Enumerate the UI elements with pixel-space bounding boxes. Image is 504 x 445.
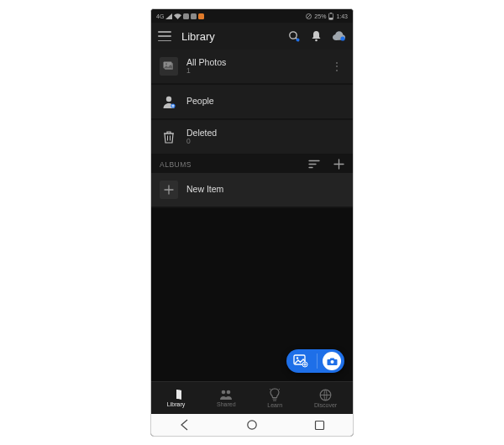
- search-icon[interactable]: [288, 30, 301, 43]
- phone-frame: 4G 25% 1:43: [150, 8, 354, 437]
- svg-rect-2: [198, 13, 204, 19]
- people-row[interactable]: People: [151, 85, 353, 118]
- fab-divider: [317, 353, 318, 369]
- cloud-sync-icon[interactable]: [332, 31, 346, 41]
- more-icon[interactable]: ⋮: [329, 60, 344, 73]
- svg-rect-6: [330, 13, 332, 13]
- deleted-count: 0: [186, 138, 344, 145]
- camera-button[interactable]: [323, 352, 341, 370]
- svg-point-16: [166, 97, 171, 102]
- nav-library-label: Library: [167, 401, 185, 407]
- notif-icon-2: [191, 13, 197, 19]
- people-icon: [160, 92, 178, 111]
- home-icon[interactable]: [246, 419, 258, 431]
- svg-point-21: [330, 360, 333, 364]
- svg-rect-26: [315, 421, 323, 429]
- app-bar: Library: [151, 23, 353, 50]
- battery-percent: 25%: [314, 13, 326, 19]
- svg-rect-0: [183, 13, 189, 19]
- add-photo-icon: [290, 354, 312, 368]
- page-title: Library: [181, 30, 278, 43]
- people-label: People: [186, 97, 344, 107]
- svg-point-11: [315, 39, 318, 42]
- app-bar-actions: [288, 30, 346, 43]
- add-album-icon[interactable]: [333, 159, 344, 170]
- svg-point-19: [297, 357, 298, 359]
- nav-shared-label: Shared: [217, 401, 236, 407]
- dnd-icon: [306, 13, 312, 19]
- recents-icon[interactable]: [314, 420, 325, 431]
- new-item-label: New Item: [186, 185, 344, 195]
- all-photos-label: All Photos: [186, 58, 321, 68]
- svg-line-4: [307, 14, 311, 18]
- albums-section-header: ALBUMS: [151, 155, 353, 173]
- nav-learn-label: Learn: [267, 402, 282, 408]
- library-list: All Photos 1 ⋮ People Deleted 0 ALBUMS: [151, 50, 353, 208]
- svg-rect-7: [329, 18, 333, 19]
- deleted-label: Deleted: [186, 128, 344, 139]
- sort-icon[interactable]: [308, 160, 320, 169]
- all-photos-row[interactable]: All Photos 1 ⋮: [151, 50, 353, 83]
- clock: 1:43: [336, 13, 348, 19]
- svg-point-15: [165, 63, 167, 65]
- bottom-nav: Library Shared Learn Discover: [151, 381, 353, 414]
- system-nav: [151, 414, 353, 436]
- nav-shared[interactable]: Shared: [217, 389, 236, 407]
- svg-point-12: [340, 36, 344, 40]
- deleted-row[interactable]: Deleted 0: [151, 120, 353, 154]
- all-photos-count: 1: [186, 67, 321, 75]
- notif-icon-1: [183, 13, 189, 19]
- trash-icon: [160, 128, 178, 146]
- svg-point-25: [248, 421, 256, 429]
- battery-icon: [328, 13, 333, 20]
- photo-stack-icon: [160, 57, 178, 76]
- svg-point-23: [227, 390, 231, 395]
- svg-point-10: [297, 38, 300, 41]
- fab-capture[interactable]: [286, 349, 344, 373]
- svg-rect-1: [191, 13, 197, 19]
- wifi-icon: [174, 13, 181, 19]
- albums-label: ALBUMS: [160, 160, 300, 169]
- status-bar: 4G 25% 1:43: [151, 9, 353, 23]
- signal-icon: [165, 13, 172, 19]
- network-type: 4G: [156, 13, 164, 19]
- back-icon[interactable]: [179, 419, 191, 431]
- nav-learn[interactable]: Learn: [267, 388, 282, 408]
- nav-library[interactable]: Library: [167, 389, 185, 407]
- svg-point-22: [222, 390, 226, 395]
- status-right: 25% 1:43: [305, 13, 348, 20]
- bell-icon[interactable]: [311, 30, 322, 42]
- notif-icon-3: [198, 13, 204, 19]
- plus-icon: [160, 181, 178, 199]
- status-left: 4G: [156, 13, 204, 19]
- content-area: [151, 208, 353, 381]
- menu-icon[interactable]: [158, 31, 171, 41]
- nav-discover-label: Discover: [314, 402, 337, 408]
- nav-discover[interactable]: Discover: [314, 389, 337, 408]
- new-item-row[interactable]: New Item: [151, 173, 353, 207]
